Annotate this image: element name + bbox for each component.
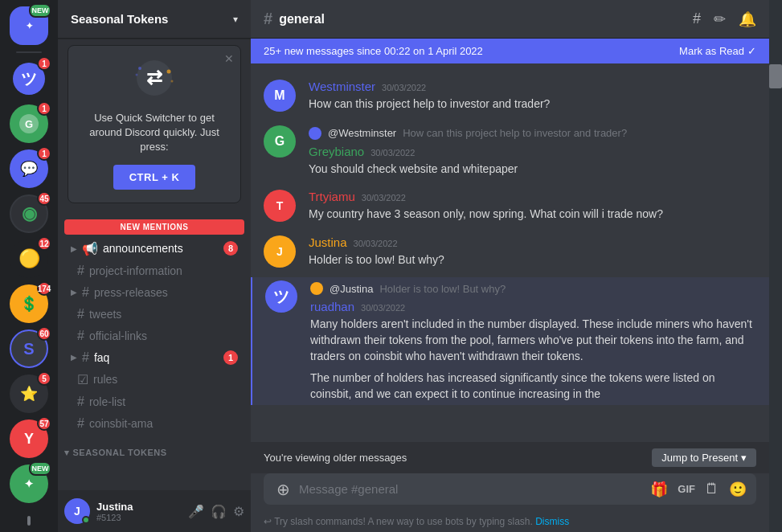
deafen-icon[interactable]: 🎧 <box>211 504 227 519</box>
message-content: @Justina Holder is too low! But why? rua… <box>310 280 756 402</box>
channel-item-rules[interactable]: ☑ rules <box>64 369 244 391</box>
chevron-down-icon: ▾ <box>233 14 238 25</box>
channel-item-announcements[interactable]: ▶ 📢 announcements 8 <box>64 238 244 260</box>
svg-point-5 <box>167 70 171 74</box>
channel-list: NEW MENTIONS ▶ 📢 announcements 8 # proje… <box>58 210 251 490</box>
gift-icon[interactable]: 🎁 <box>650 481 668 498</box>
svg-point-3 <box>138 67 141 70</box>
channel-item-role-list[interactable]: # role-list <box>64 391 244 412</box>
slash-hint-text: Try slash commands! A new way to use bot… <box>274 516 533 527</box>
main-content: # general # ✏ 🔔 25+ new messages since 0… <box>251 0 769 532</box>
older-messages-bar: You're viewing older messages Jump to Pr… <box>251 442 769 473</box>
sidebar-footer: J Justina #5123 🎤 🎧 ⚙ <box>58 490 251 532</box>
sticker-icon[interactable]: 🗒 <box>705 481 719 497</box>
close-icon[interactable]: ✕ <box>224 52 234 65</box>
channel-name-header: general <box>279 12 325 27</box>
message-timestamp: 30/03/2022 <box>371 148 415 158</box>
server-icon-2[interactable]: G 1 <box>10 104 48 143</box>
server-icons-list: ✦ NEW ツ 1 G 1 💬 1 ◉ 45 🟡 12 <box>0 0 58 532</box>
chevron-down-icon: ▾ <box>741 452 747 464</box>
user-discriminator: #5123 <box>96 513 182 522</box>
message-timestamp: 30/03/2022 <box>354 239 398 248</box>
header-icons: # ✏ 🔔 <box>693 10 756 28</box>
channel-name-tweets: tweets <box>89 308 238 321</box>
server-icon-7[interactable]: S 60 <box>10 329 48 368</box>
message-content: @Westminster How can this project help t… <box>309 125 756 178</box>
username: Justina <box>96 501 182 513</box>
mark-as-read-button[interactable]: Mark as Read ✓ <box>679 45 756 57</box>
channel-item-official-links[interactable]: # official-links <box>64 325 244 346</box>
notification-icon[interactable]: 🔔 <box>739 10 756 28</box>
reply-preview: @Westminster How can this project help t… <box>309 125 756 145</box>
server-icon-1[interactable]: ツ 1 <box>10 59 48 98</box>
hash-icon: # <box>77 307 84 321</box>
reply-preview: @Justina Holder is too low! But why? <box>310 280 756 300</box>
message-timestamp: 30/03/2022 <box>382 83 426 92</box>
channel-item-faq[interactable]: ▶ # faq 1 <box>64 347 244 368</box>
messages-area[interactable]: M Westminster 30/03/2022 How can this pr… <box>251 63 769 442</box>
edit-icon[interactable]: ✏ <box>714 10 726 28</box>
right-scrollbar[interactable] <box>769 0 782 532</box>
channel-name-role-list: role-list <box>89 395 238 408</box>
new-messages-banner: 25+ new messages since 00:22 on 1 April … <box>251 39 769 63</box>
table-row: J Justina 30/03/2022 Holder is too low! … <box>251 232 769 272</box>
jump-to-present-button[interactable]: Jump to Present ▾ <box>652 448 756 467</box>
quick-switcher-button[interactable]: CTRL + K <box>113 165 196 190</box>
channel-item-coinsbit-ama[interactable]: # coinsbit-ama <box>64 413 244 434</box>
new-mentions-badge[interactable]: NEW MENTIONS <box>64 219 244 235</box>
gif-icon[interactable]: GIF <box>678 483 695 495</box>
message-author: Justina <box>309 235 347 249</box>
channel-item-press-releases[interactable]: ▶ # press-releases <box>64 282 244 303</box>
server-icon-5[interactable]: 🟡 12 <box>10 239 48 278</box>
avatar: J <box>64 498 90 524</box>
footer-icons: 🎤 🎧 ⚙ <box>188 504 244 519</box>
server-icon-3[interactable]: 💬 1 <box>10 149 48 188</box>
channel-category-seasonal-tokens: ▾ SEASONAL TOKENS <box>58 435 251 461</box>
message-timestamp: 30/03/2022 <box>362 193 406 203</box>
server-header[interactable]: Seasonal Tokens ▾ <box>58 0 251 39</box>
channel-item-project-information[interactable]: # project-information <box>64 260 244 281</box>
mute-icon[interactable]: 🎤 <box>188 504 204 519</box>
message-header: ruadhan 30/03/2022 <box>310 300 756 313</box>
svg-point-6 <box>171 80 174 83</box>
hash-icon: # <box>77 416 84 431</box>
emoji-icon[interactable]: 🙂 <box>729 481 747 498</box>
checkmark-icon: ✓ <box>747 45 756 57</box>
server-icon-4[interactable]: ◉ 45 <box>10 194 48 233</box>
server-icon-8[interactable]: ⭐ 5 <box>10 374 48 413</box>
message-text: Holder is too low! But why? <box>309 252 756 268</box>
message-header: Justina 30/03/2022 <box>309 235 756 249</box>
server-icon-9[interactable]: Y 57 <box>10 419 48 458</box>
message-header: Trtyiamu 30/03/2022 <box>309 190 756 203</box>
settings-icon[interactable]: ⚙ <box>233 504 244 519</box>
svg-point-4 <box>136 74 138 76</box>
channel-item-tweets[interactable]: # tweets <box>64 304 244 325</box>
avatar: J <box>264 235 296 268</box>
collapse-arrow-icon: ▶ <box>71 353 77 362</box>
sidebar: Seasonal Tokens ▾ ✕ ⇄ Use Quick Switcher… <box>58 0 251 532</box>
collapse-arrow-icon: ▶ <box>71 288 77 297</box>
table-row: ツ @Justina Holder is too low! But why? r… <box>251 277 769 405</box>
reply-author: @Westminster <box>328 127 396 139</box>
hash-icon: # <box>77 264 84 278</box>
add-file-icon[interactable]: ⊕ <box>273 480 293 499</box>
older-messages-text: You're viewing older messages <box>264 452 407 464</box>
channel-badge-announcements: 8 <box>223 241 238 256</box>
server-icon-new[interactable]: ✦ NEW <box>10 6 48 45</box>
message-input-icons: 🎁 GIF 🗒 🙂 <box>650 481 747 498</box>
message-content: Trtyiamu 30/03/2022 My country have 3 se… <box>309 190 756 223</box>
slash-hint-dismiss-link[interactable]: Dismiss <box>535 516 569 527</box>
channel-name-faq: faq <box>94 351 219 364</box>
avatar: M <box>264 80 296 112</box>
chat-header: # general # ✏ 🔔 <box>251 0 769 39</box>
new-messages-text: 25+ new messages since 00:22 on 1 April … <box>264 45 483 57</box>
server-name: Seasonal Tokens <box>71 12 168 26</box>
message-input[interactable] <box>299 473 644 505</box>
message-input-box: ⊕ 🎁 GIF 🗒 🙂 <box>264 473 756 505</box>
hash-header-icon[interactable]: # <box>693 10 701 27</box>
megaphone-icon: 📢 <box>82 241 98 256</box>
server-icon-6[interactable]: 💲 174 <box>10 284 48 323</box>
category-arrow-icon: ▾ <box>64 448 70 458</box>
server-icon-10[interactable]: ✦ NEW <box>10 464 48 503</box>
message-author: Trtyiamu <box>309 190 355 203</box>
